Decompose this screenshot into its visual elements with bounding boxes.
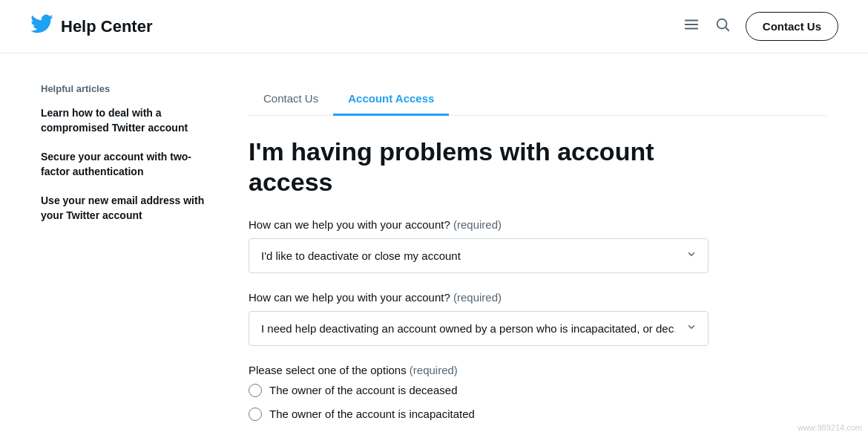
sidebar: Helpful articles Learn how to deal with … [41,83,219,435]
sidebar-link-email[interactable]: Use your new email address with your Twi… [41,194,219,223]
label-text-1: How can we help you with your account? [249,218,450,231]
menu-icon[interactable] [683,16,700,36]
tab-account-access[interactable]: Account Access [333,83,449,116]
form-label-1: How can we help you with your account? (… [249,218,708,231]
sidebar-link-compromised[interactable]: Learn how to deal with a compromised Twi… [41,106,219,135]
tab-contact-us[interactable]: Contact Us [249,83,333,116]
tabs: Contact Us Account Access [249,83,827,116]
search-icon[interactable] [714,16,731,36]
page-title: I'm having problems with account access [249,137,694,197]
header-contact-us-button[interactable]: Contact Us [746,12,838,41]
radio-label-deceased: The owner of the account is deceased [269,384,458,396]
account-help-select-1[interactable]: I'd like to deactivate or close my accou… [249,238,708,273]
label-text-3: Please select one of the options [249,364,407,376]
logo-area: Help Center [30,12,152,41]
radio-deceased[interactable] [249,384,262,397]
form-group-1: How can we help you with your account? (… [249,218,708,273]
sidebar-links: Learn how to deal with a compromised Twi… [41,106,219,223]
required-indicator-1: (required) [453,218,502,231]
form-group-3: Please select one of the options (requir… [249,364,708,421]
form-label-2: How can we help you with your account? (… [249,291,708,304]
help-form: How can we help you with your account? (… [249,218,827,421]
radio-group: The owner of the account is deceased The… [249,384,708,421]
radio-option-incapacitated[interactable]: The owner of the account is incapacitate… [249,408,708,421]
form-group-2: How can we help you with your account? (… [249,291,708,346]
list-item: Use your new email address with your Twi… [41,194,219,223]
twitter-bird-icon [30,12,53,41]
svg-point-3 [717,19,726,29]
label-text-2: How can we help you with your account? [249,291,450,304]
list-item: Secure your account with two-factor auth… [41,150,219,179]
site-title: Help Center [61,17,152,36]
form-label-3: Please select one of the options (requir… [249,364,708,376]
radio-label-incapacitated: The owner of the account is incapacitate… [269,408,475,420]
svg-line-4 [726,27,729,30]
sidebar-link-2fa[interactable]: Secure your account with two-factor auth… [41,150,219,179]
account-help-select-2[interactable]: I need help deactivating an account owne… [249,311,708,346]
radio-incapacitated[interactable] [249,408,262,421]
header-actions: Contact Us [683,12,838,41]
content-area: Contact Us Account Access I'm having pro… [249,83,827,435]
radio-option-deceased[interactable]: The owner of the account is deceased [249,384,708,397]
required-indicator-2: (required) [453,291,502,304]
select-wrapper-2: I need help deactivating an account owne… [249,311,708,346]
watermark: www.989214.com [798,423,862,432]
sidebar-heading: Helpful articles [41,83,219,94]
main-container: Helpful articles Learn how to deal with … [26,53,842,435]
select-wrapper-1: I'd like to deactivate or close my accou… [249,238,708,273]
header: Help Center Contact Us [0,0,868,53]
list-item: Learn how to deal with a compromised Twi… [41,106,219,135]
required-indicator-3: (required) [410,364,458,376]
